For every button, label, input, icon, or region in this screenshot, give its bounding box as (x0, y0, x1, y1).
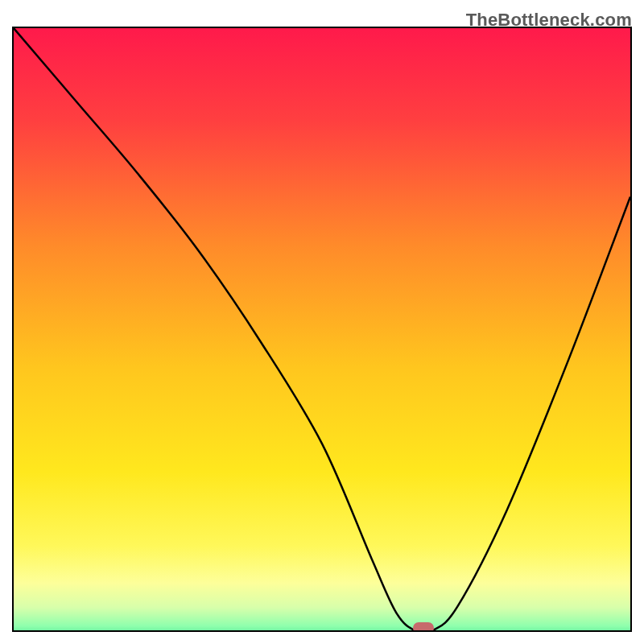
bottleneck-curve (14, 28, 630, 630)
plot-area (12, 27, 632, 632)
optimal-point-marker (413, 622, 434, 632)
chart-frame: TheBottleneck.com (12, 12, 632, 632)
